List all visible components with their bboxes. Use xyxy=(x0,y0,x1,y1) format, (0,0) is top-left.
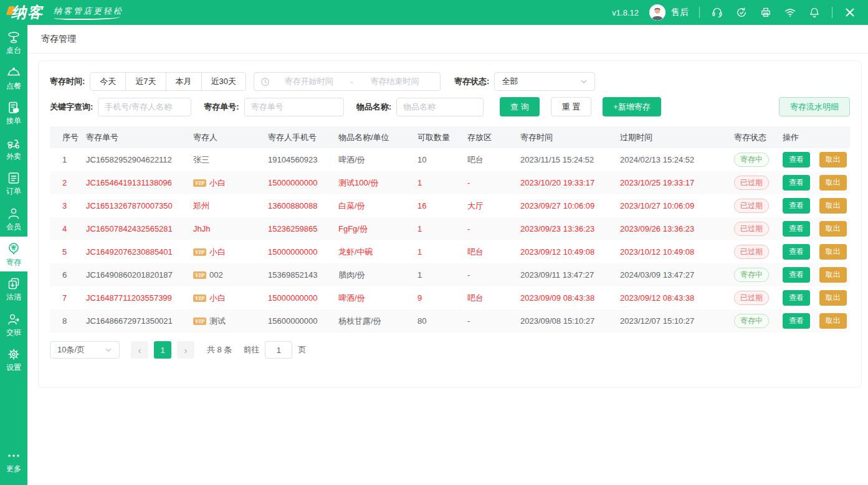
main-content: 寄存管理 寄存时间: 今天 近7天 本月 近30天 寄存开始时间 - 寄存结束时… xyxy=(27,25,868,485)
gear-icon xyxy=(6,347,21,362)
takeout-button[interactable]: 取出 xyxy=(819,152,847,167)
status-badge: 寄存中 xyxy=(734,314,769,328)
view-button[interactable]: 查看 xyxy=(783,175,810,191)
more-dots-icon xyxy=(6,448,21,463)
chevron-down-icon xyxy=(105,346,112,354)
status-select-value: 全部 xyxy=(502,76,518,87)
view-button[interactable]: 查看 xyxy=(783,221,810,237)
next-page-button[interactable]: › xyxy=(177,341,194,359)
goto-label: 前往 xyxy=(243,344,259,356)
takeout-button[interactable]: 取出 xyxy=(819,221,847,237)
view-button[interactable]: 查看 xyxy=(783,267,810,283)
takeout-button[interactable]: 取出 xyxy=(819,267,847,283)
range-today-button[interactable]: 今天 xyxy=(90,73,126,90)
sidebar-item-sellout[interactable]: 沽清 xyxy=(0,271,27,307)
page-number-1[interactable]: 1 xyxy=(154,341,171,359)
view-button[interactable]: 查看 xyxy=(783,290,810,306)
cell-phone: 15000000000 xyxy=(263,240,333,263)
add-deposit-button[interactable]: +新增寄存 xyxy=(603,97,661,116)
vip-badge: VIP xyxy=(193,179,206,187)
cell-item: FgFg/份 xyxy=(333,217,413,240)
takeout-button[interactable]: 取出 xyxy=(819,244,847,260)
takeout-button[interactable]: 取出 xyxy=(819,175,847,191)
view-button[interactable]: 查看 xyxy=(783,244,810,260)
avatar[interactable] xyxy=(649,4,665,21)
cell-qty: 1 xyxy=(413,240,462,263)
customer-service-icon[interactable] xyxy=(710,6,724,19)
depositor-name: 郑州 xyxy=(193,201,209,210)
sidebar-item-receive-orders[interactable]: 接单 xyxy=(0,95,27,131)
cell-qty: 9 xyxy=(413,286,462,309)
close-window-icon[interactable] xyxy=(843,6,857,19)
cell-actions: 查看 取出 xyxy=(778,309,850,332)
deposit-flow-detail-button[interactable]: 寄存流水明细 xyxy=(779,97,850,116)
column-header: 寄存人手机号 xyxy=(263,126,333,148)
cell-order-no: JC16582952904622112 xyxy=(81,148,188,171)
sidebar-item-orders[interactable]: 订单 xyxy=(0,166,27,201)
deposit-time-label: 寄存时间: xyxy=(50,76,85,87)
date-range-picker[interactable]: 寄存开始时间 - 寄存结束时间 xyxy=(254,72,441,91)
cell-area: - xyxy=(462,263,515,286)
cell-seq: 3 xyxy=(50,194,81,217)
cell-area: - xyxy=(462,309,515,332)
sidebar-item-more[interactable]: 更多 xyxy=(0,443,27,479)
date-start-placeholder: 寄存开始时间 xyxy=(270,76,348,87)
table-row: 8 JC16486672971350021 VIP测试 15600000000 … xyxy=(50,309,850,332)
printer-icon[interactable] xyxy=(759,6,773,19)
sidebar-item-shift[interactable]: 交班 xyxy=(0,307,27,342)
range-7days-button[interactable]: 近7天 xyxy=(126,73,166,90)
cell-item: 啤酒/份 xyxy=(333,148,413,171)
sidebar-item-takeout[interactable]: 外卖 xyxy=(0,131,27,166)
column-header: 寄存单号 xyxy=(81,126,188,148)
cell-depositor: VIP测试 xyxy=(188,309,263,332)
cell-status: 已过期 xyxy=(729,240,778,263)
column-header: 物品名称/单位 xyxy=(333,126,413,148)
column-header: 可取数量 xyxy=(413,126,462,148)
cell-depositor: JhJh xyxy=(188,217,263,240)
order-no-input[interactable] xyxy=(244,98,344,116)
cell-phone: 13600880088 xyxy=(263,194,333,217)
cell-item: 白菜/份 xyxy=(333,194,413,217)
cell-expire-time: 2023/10/12 10:49:08 xyxy=(615,240,729,263)
reset-button[interactable]: 重 置 xyxy=(551,97,592,116)
view-button[interactable]: 查看 xyxy=(783,313,810,329)
takeout-button[interactable]: 取出 xyxy=(819,313,847,329)
deposit-table: 序号寄存单号寄存人寄存人手机号物品名称/单位可取数量存放区寄存时间过期时间寄存状… xyxy=(50,126,850,332)
cell-depositor: VIP小白 xyxy=(188,240,263,263)
cell-expire-time: 2023/10/27 10:06:09 xyxy=(615,194,729,217)
column-header: 操作 xyxy=(778,126,850,148)
takeout-button[interactable]: 取出 xyxy=(819,198,847,214)
page-size-select[interactable]: 10条/页 xyxy=(50,341,120,359)
goto-page-input[interactable] xyxy=(265,341,292,359)
keyword-input[interactable] xyxy=(98,98,191,116)
range-30days-button[interactable]: 近30天 xyxy=(202,73,246,90)
prev-page-button[interactable]: ‹ xyxy=(131,341,148,359)
range-month-button[interactable]: 本月 xyxy=(166,73,202,90)
cell-phone: 15236259865 xyxy=(263,217,333,240)
cloud-sync-icon[interactable] xyxy=(735,6,748,19)
cell-item: 龙虾/中碗 xyxy=(333,240,413,263)
cell-deposit-time: 2023/09/12 10:49:08 xyxy=(515,240,615,263)
sidebar-item-tables[interactable]: 桌台 xyxy=(0,25,27,60)
cell-order-no: JC16487711203557399 xyxy=(81,286,188,309)
page-title: 寄存管理 xyxy=(41,34,76,45)
notification-bell-icon[interactable] xyxy=(808,6,821,19)
sidebar-item-settings[interactable]: 设置 xyxy=(0,342,27,377)
keyword-label: 关键字查询: xyxy=(50,101,93,113)
sidebar-item-deposit[interactable]: 寄 寄存 xyxy=(0,237,27,272)
cell-depositor: VIP小白 xyxy=(188,171,263,194)
item-name-input[interactable] xyxy=(396,98,484,116)
sidebar-item-members[interactable]: 会员 xyxy=(0,201,27,237)
search-button[interactable]: 查 询 xyxy=(500,97,540,116)
status-select[interactable]: 全部 xyxy=(494,72,595,91)
order-list-icon xyxy=(6,171,21,186)
sidebar-item-ordering[interactable]: 点餐 xyxy=(0,60,27,96)
cell-qty: 1 xyxy=(413,171,462,194)
view-button[interactable]: 查看 xyxy=(783,198,810,214)
wifi-icon[interactable] xyxy=(783,6,797,19)
table-header-row: 序号寄存单号寄存人寄存人手机号物品名称/单位可取数量存放区寄存时间过期时间寄存状… xyxy=(50,126,850,148)
view-button[interactable]: 查看 xyxy=(783,152,810,167)
user-name[interactable]: 售后 xyxy=(671,7,689,18)
table-row: 7 JC16487711203557399 VIP小白 15000000000 … xyxy=(50,286,850,309)
takeout-button[interactable]: 取出 xyxy=(819,290,847,306)
